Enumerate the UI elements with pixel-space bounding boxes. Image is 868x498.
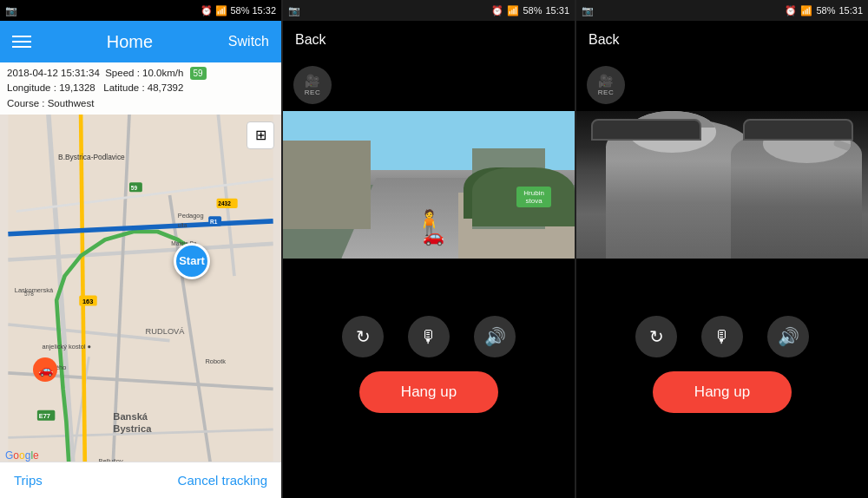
hang-up-button-front[interactable]: Hang up [359,371,498,413]
dashcam-wall [283,141,371,229]
lon-value: 19,1328 [59,82,95,93]
rec-button-interior[interactable]: 🎥 REC [587,66,625,104]
refresh-button-interior[interactable]: ↻ [635,316,677,357]
black-spacer-front [283,259,575,302]
map-area[interactable]: B.Bystrica-Podlavice Pedagog ulta Mateja… [0,115,281,462]
mic-button-interior[interactable]: 🎙 [701,316,743,357]
info-line-2: Longitude : 19,1328 Latitude : 48,7392 [7,81,274,95]
refresh-button-front[interactable]: ↻ [342,316,384,357]
lat-label: Latitude : [103,82,144,93]
status-right-front: ⏰ 📶 58% 15:31 [491,5,569,16]
video-top-bar-interior: Back [576,21,868,59]
svg-text:2432: 2432 [218,200,231,206]
lat-value: 48,7392 [148,82,184,93]
speaker-button-interior[interactable]: 🔊 [767,316,809,357]
start-marker[interactable]: Start [174,243,210,279]
svg-text:Bystrica: Bystrica [113,423,152,434]
battery-int: 58% [816,5,835,16]
rec-text-int: REC [598,88,614,96]
dashcam-car: 🚗 [423,226,444,246]
hang-up-button-interior[interactable]: Hang up [653,371,792,413]
rec-icon-wrap-front: 🎥 REC [305,74,320,96]
status-bar-map: 📷 ⏰ 📶 58% 15:32 [0,0,281,21]
menu-line-1 [12,36,31,37]
headrest-2 [743,119,854,141]
time-front: 15:31 [545,5,569,16]
cancel-tracking-button[interactable]: Cancel tracking [178,473,267,488]
svg-text:59: 59 [131,184,138,190]
map-svg: B.Bystrica-Podlavice Pedagog ulta Mateja… [0,115,281,462]
svg-text:ulta: ulta [178,222,187,228]
status-cam-icon-int: 📷 [582,5,594,16]
rec-button-front[interactable]: 🎥 REC [293,66,332,104]
status-right-interior: ⏰ 📶 58% 15:31 [785,5,863,16]
map-layer-button[interactable]: ⊞ [247,121,274,149]
headrest-1 [591,119,702,141]
interior-scene [576,111,868,259]
status-left: 📷 [5,5,17,16]
mic-button-front[interactable]: 🎙 [408,316,450,357]
video-controls-front: ↻ 🎙 🔊 [283,302,575,364]
wifi-icon: 📶 [215,5,227,16]
map-panel: 📷 ⏰ 📶 58% 15:32 Home Switch 2018-04-12 1… [0,0,281,498]
hang-up-area-interior: Hang up [576,364,868,427]
refresh-icon-int: ↻ [649,326,664,347]
rec-text-front: REC [305,88,320,96]
mic-icon-int: 🎙 [713,327,731,347]
black-spacer-interior [576,259,868,302]
svg-text:Robotk: Robotk [205,357,226,364]
dashcam-sign: Hrubinstova [516,187,551,207]
svg-text:578: 578 [24,291,34,297]
rec-area-front: 🎥 REC [283,59,575,111]
course-value: Southwest [48,98,95,108]
svg-text:RUDLOVÁ: RUDLOVÁ [146,327,186,336]
wifi-icon-int: 📶 [800,5,812,16]
video-status-bar-front: 📷 ⏰ 📶 58% 15:31 [283,0,575,21]
alarm-icon-int: ⏰ [785,5,797,16]
info-bar: 2018-04-12 15:31:34 Speed : 10.0km/h 59 … [0,62,281,115]
status-right: ⏰ 📶 58% 15:32 [201,5,276,16]
speed-value: 10.0km/h [142,68,183,78]
menu-button[interactable] [12,36,31,48]
wifi-icon-front: 📶 [507,5,519,16]
header-title: Home [107,32,153,52]
refresh-icon-front: ↻ [356,326,371,347]
svg-text:Pedagog: Pedagog [178,212,204,220]
speaker-icon-int: 🔊 [778,326,799,347]
back-button-front[interactable]: Back [295,32,326,48]
svg-text:Banská: Banská [113,411,148,422]
battery-pct: 58% [230,5,249,16]
video-status-bar-interior: 📷 ⏰ 📶 58% 15:31 [576,0,868,21]
video-controls-interior: ↻ 🎙 🔊 [576,302,868,364]
hang-up-area-front: Hang up [283,364,575,427]
video-panel-interior: 📷 ⏰ 📶 58% 15:31 Back 🎥 REC [576,0,868,498]
mic-icon-front: 🎙 [420,327,437,347]
svg-text:R1: R1 [210,218,218,224]
rec-area-interior: 🎥 REC [576,59,868,111]
time-display: 15:32 [252,5,276,16]
camera-status-icon: 📷 [5,5,17,16]
app-header: Home Switch [0,21,281,62]
switch-button[interactable]: Switch [228,34,269,49]
map-bottom-bar: Trips Cancel tracking [0,462,281,498]
menu-line-3 [12,46,31,48]
lon-label: Longitude : [7,82,56,93]
svg-text:163: 163 [82,298,93,305]
info-line-1: 2018-04-12 15:31:34 Speed : 10.0km/h 59 [7,66,274,81]
trips-button[interactable]: Trips [14,473,43,488]
speed-label: Speed : [105,68,140,78]
rec-icon-wrap-int: 🎥 REC [598,74,614,96]
info-line-3: Course : Southwest [7,96,274,111]
alarm-icon: ⏰ [201,5,213,16]
svg-text:anjelický kostol ●: anjelický kostol ● [42,343,91,351]
rec-cam-icon-int: 🎥 [598,74,613,88]
video-top-bar-front: Back [283,21,575,59]
back-button-interior[interactable]: Back [589,32,620,48]
rec-cam-icon-front: 🎥 [305,74,319,88]
speaker-icon-front: 🔊 [484,326,506,347]
menu-line-2 [12,41,31,43]
svg-text:Bellušov: Bellušov [99,457,123,462]
svg-text:Laskomerská: Laskomerská [15,286,54,294]
status-cam-icon: 📷 [288,5,300,16]
speaker-button-front[interactable]: 🔊 [474,316,516,357]
